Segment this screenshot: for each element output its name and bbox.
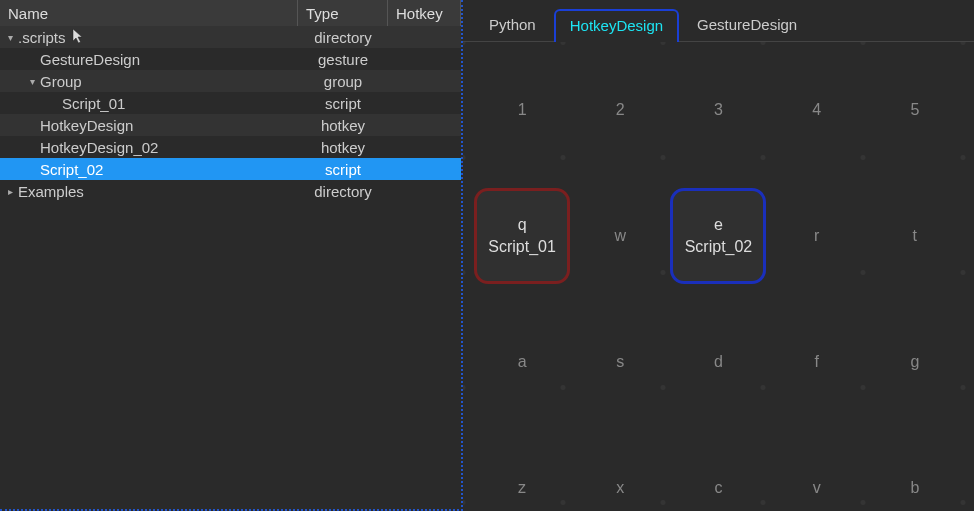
key-letter: t: [913, 227, 917, 245]
tree-body: ▾.scriptsdirectoryGestureDesigngesture▾G…: [0, 26, 461, 202]
key-letter: x: [616, 479, 624, 497]
tree-row[interactable]: ▸Examplesdirectory: [0, 180, 461, 202]
tree-cell-type: script: [298, 95, 388, 112]
key-letter: s: [616, 353, 624, 371]
key-a[interactable]: a: [474, 314, 570, 410]
key-letter: c: [714, 479, 722, 497]
key-letter: 3: [714, 101, 723, 119]
key-w[interactable]: w: [572, 188, 668, 284]
tree-cell-type: hotkey: [298, 139, 388, 156]
key-binding-label: Script_02: [685, 238, 753, 256]
key-f[interactable]: f: [769, 314, 865, 410]
key-binding-label: Script_01: [488, 238, 556, 256]
tree-item-label: HotkeyDesign_02: [40, 139, 158, 156]
tree-cell-name: ▾.scripts: [0, 28, 298, 47]
key-5[interactable]: 5: [867, 62, 963, 158]
key-letter: 4: [812, 101, 821, 119]
tree-row[interactable]: HotkeyDesign_02hotkey: [0, 136, 461, 158]
tree-cell-name: HotkeyDesign_02: [0, 139, 298, 156]
tree-row[interactable]: GestureDesigngesture: [0, 48, 461, 70]
keyboard-row: asdfg: [473, 314, 964, 410]
key-z[interactable]: z: [474, 440, 570, 511]
key-s[interactable]: s: [572, 314, 668, 410]
cursor-icon: [72, 28, 86, 47]
key-b[interactable]: b: [867, 440, 963, 511]
key-letter: a: [518, 353, 527, 371]
key-3[interactable]: 3: [670, 62, 766, 158]
tree-item-label: GestureDesign: [40, 51, 140, 68]
key-letter: r: [814, 227, 819, 245]
key-d[interactable]: d: [670, 314, 766, 410]
tree-cell-name: HotkeyDesign: [0, 117, 298, 134]
key-letter: 5: [910, 101, 919, 119]
key-1[interactable]: 1: [474, 62, 570, 158]
tree-item-label: Examples: [18, 183, 84, 200]
tree-cell-name: Script_01: [0, 95, 298, 112]
keyboard-row: zxcvb: [473, 440, 964, 511]
tree-cell-name: ▾Group: [0, 73, 298, 90]
key-4[interactable]: 4: [769, 62, 865, 158]
key-v[interactable]: v: [769, 440, 865, 511]
tab-python[interactable]: Python: [473, 8, 552, 41]
tab-bar: PythonHotkeyDesignGestureDesign: [463, 0, 974, 42]
tree-item-label: .scripts: [18, 29, 66, 46]
tree-cell-name: ▸Examples: [0, 183, 298, 200]
key-letter: z: [518, 479, 526, 497]
key-letter: f: [814, 353, 818, 371]
key-t[interactable]: t: [867, 188, 963, 284]
keyboard-area: 12345qScript_01weScript_02rtasdfgzxcvb: [463, 42, 974, 511]
chevron-down-icon[interactable]: ▾: [26, 76, 38, 87]
key-2[interactable]: 2: [572, 62, 668, 158]
tab-gesturedesign[interactable]: GestureDesign: [681, 8, 813, 41]
key-e[interactable]: eScript_02: [670, 188, 766, 284]
key-letter: 1: [518, 101, 527, 119]
column-header-name[interactable]: Name: [0, 0, 298, 26]
tree-item-label: Script_02: [40, 161, 103, 178]
key-letter: v: [813, 479, 821, 497]
key-q[interactable]: qScript_01: [474, 188, 570, 284]
tree-header: Name Type Hotkey: [0, 0, 461, 26]
keyboard-row: 12345: [473, 62, 964, 158]
tree-item-label: Group: [40, 73, 82, 90]
tab-hotkeydesign[interactable]: HotkeyDesign: [554, 9, 679, 42]
tree-row[interactable]: ▾Groupgroup: [0, 70, 461, 92]
chevron-right-icon[interactable]: ▸: [4, 186, 16, 197]
tree-panel: Name Type Hotkey ▾.scriptsdirectoryGestu…: [0, 0, 463, 511]
key-r[interactable]: r: [769, 188, 865, 284]
tree-cell-name: GestureDesign: [0, 51, 298, 68]
key-letter: b: [910, 479, 919, 497]
tree-cell-type: directory: [298, 183, 388, 200]
tree-item-label: HotkeyDesign: [40, 117, 133, 134]
column-header-hotkey[interactable]: Hotkey: [388, 0, 461, 26]
key-letter: d: [714, 353, 723, 371]
tree-cell-type: script: [298, 161, 388, 178]
key-letter: g: [910, 353, 919, 371]
key-g[interactable]: g: [867, 314, 963, 410]
tree-cell-type: hotkey: [298, 117, 388, 134]
tree-cell-type: directory: [298, 29, 388, 46]
keyboard-row: qScript_01weScript_02rt: [473, 188, 964, 284]
tree-cell-type: group: [298, 73, 388, 90]
tree-item-label: Script_01: [62, 95, 125, 112]
tree-row[interactable]: HotkeyDesignhotkey: [0, 114, 461, 136]
key-letter: q: [518, 216, 527, 234]
key-letter: e: [714, 216, 723, 234]
key-c[interactable]: c: [670, 440, 766, 511]
key-binding[interactable]: qScript_01: [474, 188, 570, 284]
key-letter: w: [615, 227, 627, 245]
tree-row[interactable]: Script_01script: [0, 92, 461, 114]
tree-row[interactable]: ▾.scriptsdirectory: [0, 26, 461, 48]
key-binding[interactable]: eScript_02: [670, 188, 766, 284]
tree-cell-type: gesture: [298, 51, 388, 68]
key-letter: 2: [616, 101, 625, 119]
tree-row[interactable]: Script_02script: [0, 158, 461, 180]
key-x[interactable]: x: [572, 440, 668, 511]
chevron-down-icon[interactable]: ▾: [4, 32, 16, 43]
tree-cell-name: Script_02: [0, 161, 298, 178]
designer-panel: PythonHotkeyDesignGestureDesign 12345qSc…: [463, 0, 974, 511]
column-header-type[interactable]: Type: [298, 0, 388, 26]
